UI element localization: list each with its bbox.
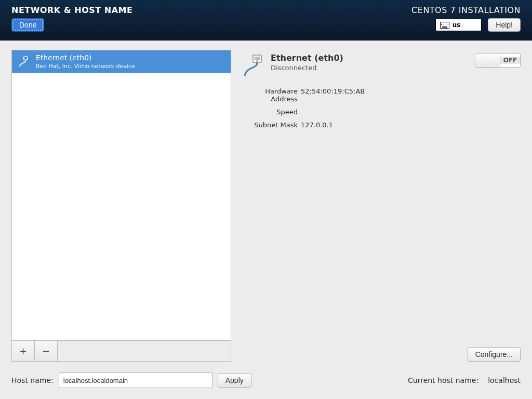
svg-rect-4 bbox=[256, 60, 258, 62]
kv-val-subnet-mask: 127.0.0.1 bbox=[301, 121, 521, 129]
device-item-name: Ethernet (eth0) bbox=[36, 54, 135, 63]
interface-toggle[interactable]: OFF bbox=[475, 53, 521, 68]
top-left: NETWORK & HOST NAME Done bbox=[11, 5, 132, 35]
kv-val-speed bbox=[301, 108, 521, 116]
kv-val-hardware-address: 52:54:00:19:C5:AB bbox=[301, 87, 521, 103]
keyboard-layout-indicator[interactable]: us bbox=[435, 19, 482, 31]
apply-hostname-button[interactable]: Apply bbox=[218, 373, 251, 388]
svg-rect-1 bbox=[24, 57, 28, 60]
ethernet-icon bbox=[16, 55, 31, 69]
keyboard-icon bbox=[440, 22, 449, 29]
network-device-list[interactable]: Ethernet (eth0) Red Hat, Inc. Virtio net… bbox=[11, 50, 231, 341]
hostname-input[interactable] bbox=[59, 373, 212, 388]
svg-rect-3 bbox=[255, 57, 260, 60]
right-bottom-row: Configure... bbox=[241, 342, 521, 362]
page-title: NETWORK & HOST NAME bbox=[11, 5, 132, 15]
detail-header: Ethernet (eth0) Disconnected OFF bbox=[241, 53, 521, 83]
toggle-knob bbox=[475, 54, 500, 67]
toggle-state-label: OFF bbox=[500, 57, 520, 64]
detail-title-block: Ethernet (eth0) Disconnected bbox=[271, 53, 470, 72]
interface-details: Hardware Address 52:54:00:19:C5:AB Speed… bbox=[241, 83, 521, 129]
add-device-button[interactable]: + bbox=[12, 341, 35, 361]
right-pane: Ethernet (eth0) Disconnected OFF Hardwar… bbox=[241, 50, 521, 362]
app-title: CENTOS 7 INSTALLATION bbox=[411, 5, 521, 15]
current-hostname: Current host name: localhost bbox=[408, 376, 521, 384]
hostname-row: Host name: Apply Current host name: loca… bbox=[11, 371, 521, 390]
current-hostname-label: Current host name: bbox=[408, 376, 478, 384]
toolbar-spacer bbox=[58, 341, 231, 361]
remove-device-button[interactable]: − bbox=[35, 341, 58, 361]
kv-key-hardware-address: Hardware Address bbox=[241, 87, 298, 103]
device-list-toolbar: + − bbox=[11, 341, 231, 362]
main-row: Ethernet (eth0) Red Hat, Inc. Virtio net… bbox=[11, 50, 521, 362]
kv-key-subnet-mask: Subnet Mask bbox=[241, 121, 298, 129]
done-button[interactable]: Done bbox=[11, 18, 44, 32]
interface-name: Ethernet (eth0) bbox=[271, 53, 470, 63]
configure-button[interactable]: Configure... bbox=[468, 347, 521, 362]
keyboard-layout-label: us bbox=[453, 21, 461, 29]
content: Ethernet (eth0) Red Hat, Inc. Virtio net… bbox=[0, 41, 532, 399]
left-pane: Ethernet (eth0) Red Hat, Inc. Virtio net… bbox=[11, 50, 231, 362]
current-hostname-value: localhost bbox=[488, 376, 521, 384]
device-item-text: Ethernet (eth0) Red Hat, Inc. Virtio net… bbox=[36, 54, 135, 70]
top-right: CENTOS 7 INSTALLATION us Help! bbox=[411, 5, 521, 35]
interface-status: Disconnected bbox=[271, 64, 470, 72]
kv-key-speed: Speed bbox=[241, 108, 298, 116]
device-item-eth0[interactable]: Ethernet (eth0) Red Hat, Inc. Virtio net… bbox=[12, 50, 231, 73]
help-button[interactable]: Help! bbox=[488, 18, 521, 32]
spacer bbox=[241, 129, 521, 342]
top-bar: NETWORK & HOST NAME Done CENTOS 7 INSTAL… bbox=[0, 0, 532, 41]
device-item-sub: Red Hat, Inc. Virtio network device bbox=[36, 63, 135, 70]
hostname-label: Host name: bbox=[11, 376, 54, 384]
top-right-row: us Help! bbox=[435, 18, 521, 32]
ethernet-icon bbox=[241, 53, 265, 78]
